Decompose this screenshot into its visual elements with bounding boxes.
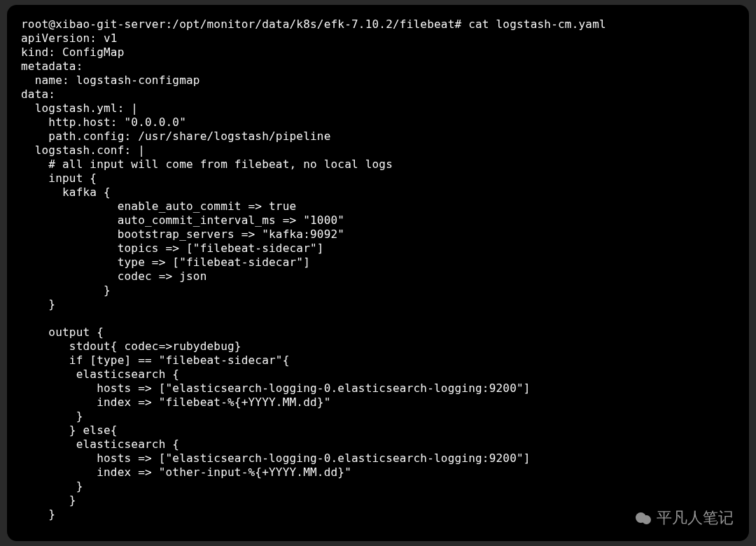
terminal-output: root@xibao-git-server:/opt/monitor/data/… bbox=[21, 18, 735, 522]
terminal-window[interactable]: root@xibao-git-server:/opt/monitor/data/… bbox=[7, 5, 749, 541]
shell-command: cat logstash-cm.yaml bbox=[468, 18, 606, 31]
shell-prompt: root@xibao-git-server:/opt/monitor/data/… bbox=[21, 18, 468, 31]
file-content: apiVersion: v1 kind: ConfigMap metadata:… bbox=[21, 31, 531, 521]
